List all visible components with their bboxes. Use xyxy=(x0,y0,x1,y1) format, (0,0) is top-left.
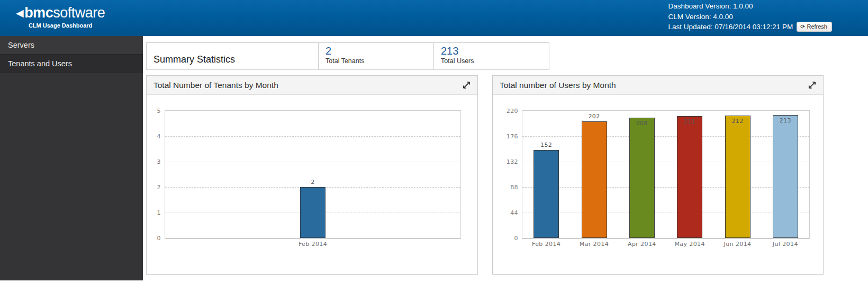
total-users-value: 213 xyxy=(441,45,549,57)
total-tenants-value: 2 xyxy=(326,45,433,57)
x-tick-label: Mar 2014 xyxy=(570,241,618,248)
users-chart-header: Total number of Users by Month xyxy=(493,76,823,95)
users-chart-body: 04488132176220152Feb 2014202Mar 2014208A… xyxy=(493,95,823,274)
total-tenants-label: Total Tenants xyxy=(326,57,433,65)
bmc-chevron-icon: ◀ xyxy=(16,7,23,19)
summary-title: Summary Statistics xyxy=(153,54,235,65)
tenants-chart-panel: Total Number of Tenants by Month 0123452… xyxy=(146,75,478,275)
users-chart-panel: Total number of Users by Month 044881321… xyxy=(492,75,824,275)
dashboard-page: ◀bmcsoftware CLM Usage Dashboard Dashboa… xyxy=(0,0,868,282)
bar-value-label: 213 xyxy=(770,117,801,124)
x-tick-label: Feb 2014 xyxy=(522,241,570,248)
clm-version-text: CLM Version: 4.0.00 xyxy=(668,12,832,22)
bar[interactable] xyxy=(300,187,326,238)
tenants-chart-header: Total Number of Tenants by Month xyxy=(147,76,477,95)
y-tick-label: 5 xyxy=(141,108,161,114)
y-tick-label: 176 xyxy=(498,133,518,140)
dashboard-version-text: Dashboard Version: 1.0.00 xyxy=(668,1,832,12)
bar[interactable] xyxy=(677,116,702,238)
bar[interactable] xyxy=(773,115,798,238)
bar-value-label: 2 xyxy=(297,179,329,186)
version-info-block: Dashboard Version: 1.0.00 CLM Version: 4… xyxy=(668,1,832,32)
bar[interactable] xyxy=(534,150,559,238)
users-chart-title: Total number of Users by Month xyxy=(500,81,616,90)
bar-value-label: 212 xyxy=(722,118,754,125)
x-tick-label: Apr 2014 xyxy=(618,241,666,248)
last-updated-text: Last Updated: 07/16/2014 03:12:21 PM xyxy=(668,23,793,31)
y-tick-label: 132 xyxy=(498,158,518,165)
x-tick-label: May 2014 xyxy=(666,241,713,248)
tenants-chart-plot: 0123452Feb 2014 xyxy=(165,110,461,239)
logo-software: software xyxy=(53,5,105,21)
y-tick-label: 4 xyxy=(141,133,161,140)
y-tick-label: 0 xyxy=(498,235,518,242)
users-chart-plot: 04488132176220152Feb 2014202Mar 2014208A… xyxy=(522,110,810,239)
y-tick-label: 88 xyxy=(498,184,518,191)
x-tick-label: Jul 2014 xyxy=(762,241,809,248)
gridline xyxy=(522,213,809,213)
summary-statistics-panel: Summary Statistics 2 Total Tenants 213 T… xyxy=(146,42,549,70)
x-tick-label: Jun 2014 xyxy=(713,241,761,248)
sidebar-item-servers[interactable]: Servers xyxy=(0,36,143,55)
y-tick-label: 0 xyxy=(141,235,161,242)
y-tick-label: 3 xyxy=(141,158,161,165)
y-tick-label: 44 xyxy=(498,209,518,216)
sidebar-item-tenants-and-users[interactable]: Tenants and Users xyxy=(0,55,143,73)
bmc-logo: ◀bmcsoftware CLM Usage Dashboard xyxy=(16,5,105,29)
expand-icon[interactable] xyxy=(463,81,471,89)
summary-title-cell: Summary Statistics xyxy=(147,43,318,69)
refresh-button-label: Refresh xyxy=(807,23,827,30)
gridline xyxy=(522,136,809,137)
last-updated-row: Last Updated: 07/16/2014 03:12:21 PM⟳Ref… xyxy=(668,22,832,32)
bar-value-label: 152 xyxy=(530,142,562,148)
logo-bmc: bmc xyxy=(24,5,53,21)
bmc-logo-text: ◀bmcsoftware xyxy=(16,5,105,21)
tenants-chart-title: Total Number of Tenants by Month xyxy=(153,81,278,90)
tenants-chart-body: 0123452Feb 2014 xyxy=(147,95,477,274)
y-tick-label: 220 xyxy=(498,108,518,114)
bar[interactable] xyxy=(582,121,607,238)
total-tenants-stat: 2 Total Tenants xyxy=(318,43,433,69)
top-header-bar: ◀bmcsoftware CLM Usage Dashboard Dashboa… xyxy=(0,0,868,36)
gridline xyxy=(522,187,809,188)
bar-value-label: 202 xyxy=(578,113,610,120)
total-users-stat: 213 Total Users xyxy=(433,43,549,69)
gridline xyxy=(165,136,460,137)
y-tick-label: 1 xyxy=(141,209,161,216)
sidebar-nav: Servers Tenants and Users xyxy=(0,36,143,280)
x-tick-label: Feb 2014 xyxy=(165,241,460,248)
y-tick-label: 2 xyxy=(141,184,161,191)
bar-value-label: 208 xyxy=(626,120,658,127)
expand-icon[interactable] xyxy=(808,81,816,89)
refresh-button[interactable]: ⟳Refresh xyxy=(797,22,832,32)
bar-value-label: 211 xyxy=(674,118,706,125)
refresh-icon: ⟳ xyxy=(800,23,805,30)
bar[interactable] xyxy=(725,116,751,238)
gridline xyxy=(522,162,809,162)
bar[interactable] xyxy=(629,118,655,238)
total-users-label: Total Users xyxy=(441,57,549,65)
gridline xyxy=(165,162,460,162)
app-title: CLM Usage Dashboard xyxy=(16,22,105,29)
